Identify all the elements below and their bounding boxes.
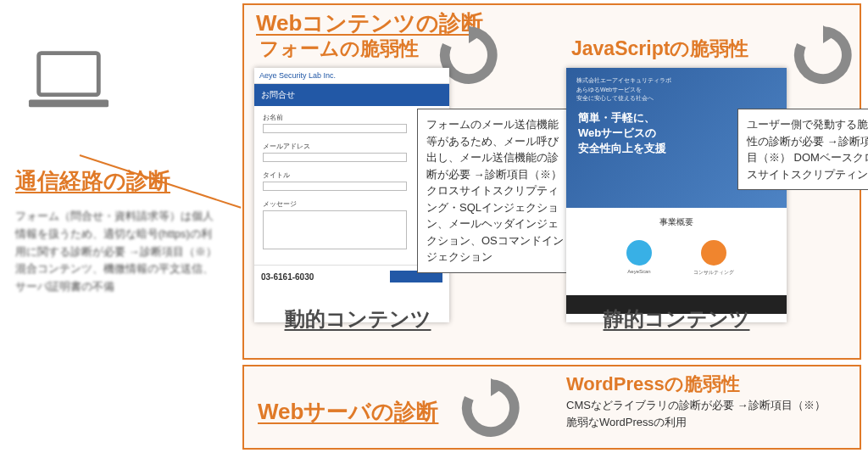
cycle-icon — [793, 25, 853, 85]
web-server-title: Webサーバの診断 — [258, 397, 438, 427]
drop-icon — [626, 240, 652, 266]
thumb-phone: 03-6161-6030 — [261, 272, 314, 282]
thumb-field-label: メッセージ — [263, 199, 441, 209]
form-subtitle: フォームの脆弱性 — [259, 36, 419, 62]
thumb-field-label: お名前 — [263, 113, 441, 122]
left-section-body: フォーム（問合せ・資料請求等）は個人情報を扱うため、適切な暗号(https)の利… — [15, 208, 219, 296]
wordpress-subtitle: WordPressの脆弱性 — [566, 372, 740, 397]
thumb-card-label: コンサルティング — [693, 270, 734, 275]
cycle-icon — [461, 378, 520, 438]
svg-rect-0 — [39, 53, 99, 95]
web-server-panel: Webサーバの診断 WordPressの脆弱性 CMSなどライブラリの診断が必要… — [242, 365, 861, 450]
wordpress-body: CMSなどライブラリの診断が必要 →診断項目（※） 脆弱なWordPressの利… — [566, 397, 837, 431]
thumb-input — [263, 153, 407, 162]
thumb-card: AeyeScan — [619, 240, 659, 277]
js-subtitle: JavaScriptの脆弱性 — [571, 36, 748, 62]
connector-line — [119, 103, 229, 107]
laptop-icon — [27, 49, 110, 112]
site-thumbnail: 株式会社エーアイセキュリティラボあらゆるWebサービスを安全に安心して使える社会… — [566, 68, 787, 322]
svg-rect-1 — [29, 100, 108, 108]
thumb-heading: お問合せ — [254, 84, 449, 106]
thumb-cards: AeyeScan コンサルティング — [566, 240, 787, 277]
form-callout: フォームのメール送信機能等があるため、メール呼び出し、メール送信機能の診断が必要… — [417, 109, 576, 273]
web-contents-panel: Webコンテンツの診断 フォームの脆弱性 Aeye Security Lab I… — [242, 3, 861, 360]
thumb-section-title: 事業概要 — [566, 208, 787, 228]
thumb-card-label: AeyeScan — [627, 269, 650, 274]
thumb-input — [263, 182, 407, 191]
thumb-company: Aeye Security Lab Inc. — [254, 68, 449, 84]
thumb-hero-mini: 株式会社エーアイセキュリティラボあらゆるWebサービスを安全に安心して使える社会… — [576, 76, 671, 103]
thumb-field-label: タイトル — [263, 171, 441, 180]
thumb-field-label: メールアドレス — [263, 142, 441, 151]
left-column: 通信経路の診断 フォーム（問合せ・資料請求等）は個人情報を扱うため、適切な暗号(… — [15, 49, 219, 296]
thumb-input — [263, 124, 407, 133]
thumb-textarea — [263, 210, 407, 249]
dynamic-contents-label: 動的コンテンツ — [281, 305, 434, 333]
thumb-card: コンサルティング — [693, 240, 734, 277]
static-contents-label: 静的コンテンツ — [600, 305, 753, 333]
js-callout: ユーザー側で発動する脆弱性の診断が必要 →診断項目（※） DOMベースクロスサイ… — [737, 109, 868, 190]
consult-icon — [701, 240, 726, 266]
